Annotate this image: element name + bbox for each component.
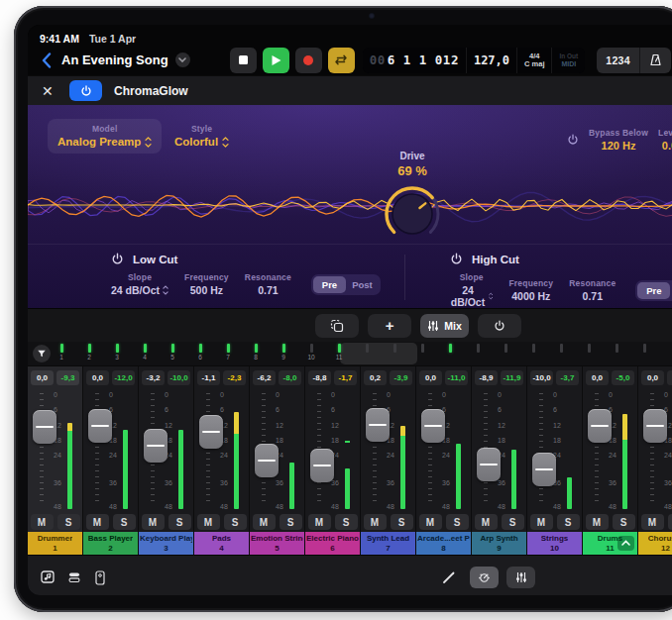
pre-option[interactable]: Pre (313, 276, 346, 293)
volume-readout[interactable]: 0,0 (86, 370, 109, 385)
peak-readout[interactable]: -10,0 (168, 370, 190, 385)
peak-readout[interactable]: -12,0 (112, 370, 135, 385)
overview-slot[interactable] (634, 344, 654, 354)
solo-button[interactable]: S (502, 514, 524, 530)
overview-slot[interactable]: 9 (274, 344, 293, 361)
volume-readout[interactable]: 0,0 (586, 370, 609, 385)
bypass-below-control[interactable]: Bypass Below 120 Hz (589, 128, 648, 152)
low-cut-slope[interactable]: Slope 24 dB/Oct (111, 272, 168, 296)
track-label[interactable]: Electric Piano6 (305, 532, 360, 555)
track-label[interactable]: Arp Synth9 (472, 532, 526, 555)
overview-slot[interactable]: 10 (301, 344, 321, 361)
mute-button[interactable]: M (253, 514, 276, 530)
overview-slot[interactable]: 7 (218, 344, 238, 361)
bypass-power-toggle[interactable] (567, 134, 579, 146)
volume-fader-handle[interactable] (532, 453, 556, 486)
overview-slot[interactable] (440, 344, 460, 354)
peak-readout[interactable]: -3,9 (390, 370, 412, 385)
solo-button[interactable]: S (391, 514, 413, 530)
song-title[interactable]: An Evening Song (61, 52, 168, 67)
filter-tracks-button[interactable] (33, 345, 51, 362)
overview-slot[interactable]: 8 (246, 344, 266, 361)
peak-readout[interactable]: -9,3 (56, 370, 79, 385)
model-selector[interactable]: Model Analog Preamp (48, 119, 162, 154)
library-button[interactable] (61, 566, 87, 589)
edit-pencil-button[interactable] (436, 566, 462, 589)
volume-fader-handle[interactable] (421, 409, 445, 443)
mute-button[interactable]: M (641, 514, 664, 530)
solo-button[interactable]: S (113, 514, 136, 530)
overview-slot[interactable]: 3 (107, 344, 127, 361)
cycle-button[interactable] (328, 48, 355, 73)
overview-slot[interactable] (523, 344, 543, 354)
mute-button[interactable]: M (31, 514, 54, 530)
mute-button[interactable]: M (530, 514, 553, 530)
volume-fader-handle[interactable] (33, 410, 56, 444)
volume-readout[interactable]: -8,9 (475, 370, 498, 385)
post-option[interactable]: Post (346, 276, 379, 293)
low-cut-resonance[interactable]: Resonance 0.71 (245, 272, 291, 296)
peak-readout[interactable]: -2,3 (223, 370, 246, 385)
volume-readout[interactable]: -3,2 (142, 370, 165, 385)
level-control[interactable]: Level 0.0 (658, 128, 672, 152)
solo-button[interactable]: S (57, 514, 80, 530)
solo-button[interactable]: S (280, 514, 302, 530)
play-button[interactable] (263, 48, 289, 73)
volume-readout[interactable]: 0,0 (31, 370, 54, 385)
overview-slot[interactable] (357, 344, 377, 354)
volume-readout[interactable]: 0,0 (419, 370, 442, 385)
track-label[interactable]: Keyboard Player3 (139, 532, 193, 555)
peak-readout[interactable]: -11,0 (445, 370, 468, 385)
mute-button[interactable]: M (586, 514, 609, 530)
volume-fader-handle[interactable] (144, 429, 168, 463)
close-plugin-button[interactable]: ✕ (42, 83, 59, 99)
mixer-power-button[interactable] (478, 314, 521, 338)
back-button[interactable] (38, 50, 56, 71)
overview-slot[interactable] (468, 344, 488, 354)
high-cut-frequency[interactable]: Frequency 4000 Hz (508, 278, 553, 302)
style-selector[interactable]: Style Colorful (174, 124, 229, 148)
track-label[interactable]: Chorus V12 (638, 532, 672, 555)
solo-button[interactable]: S (168, 514, 191, 530)
volume-fader-handle[interactable] (255, 444, 279, 477)
peak-readout[interactable]: -8,0 (279, 370, 301, 385)
solo-button[interactable]: S (668, 514, 672, 530)
mute-button[interactable]: M (86, 514, 109, 530)
volume-readout[interactable]: 0,2 (364, 370, 387, 385)
track-label[interactable]: Arcade...eet Pad8 (416, 532, 471, 555)
track-label[interactable]: Pads4 (194, 532, 249, 555)
mixer-overview-strip[interactable]: 1234567891011 (28, 342, 672, 366)
high-cut-resonance[interactable]: Resonance 0.71 (569, 278, 616, 302)
solo-button[interactable]: S (335, 514, 358, 530)
track-label[interactable]: Drums11 (583, 532, 637, 555)
volume-readout[interactable]: -1,1 (197, 370, 220, 385)
solo-button[interactable]: S (224, 514, 247, 530)
mute-button[interactable]: M (197, 514, 220, 530)
high-cut-slope[interactable]: Slope 24 dB/Oct (450, 272, 493, 308)
peak-readout[interactable] (667, 370, 672, 385)
volume-fader-handle[interactable] (643, 409, 667, 443)
volume-fader-handle[interactable] (588, 409, 612, 443)
peak-readout[interactable]: -5,0 (612, 370, 634, 385)
plugin-strip-button[interactable] (87, 566, 113, 589)
volume-fader-handle[interactable] (310, 449, 334, 482)
overview-slot[interactable]: 11 (329, 344, 349, 361)
volume-fader-handle[interactable] (199, 415, 223, 449)
expand-track-button[interactable] (617, 536, 634, 551)
solo-button[interactable]: S (613, 514, 635, 530)
volume-readout[interactable]: -8,8 (308, 370, 331, 385)
track-label[interactable]: Bass Player2 (83, 532, 138, 555)
overview-slot[interactable]: 1 (52, 344, 71, 361)
lcd-display[interactable]: 00 6 1 1 012 127,0 4/4C maj In OutMIDI (363, 48, 586, 73)
mute-button[interactable]: M (475, 514, 498, 530)
volume-fader-handle[interactable] (366, 408, 390, 442)
add-track-button[interactable]: + (368, 314, 411, 338)
overview-slot[interactable]: 2 (79, 344, 99, 361)
controls-view-button[interactable] (470, 567, 499, 588)
low-cut-power-toggle[interactable] (111, 253, 124, 265)
record-button[interactable] (295, 48, 322, 73)
overview-slot[interactable] (551, 344, 571, 354)
solo-button[interactable]: S (446, 514, 469, 530)
plugin-power-toggle[interactable] (69, 80, 102, 101)
mix-view-button[interactable]: Mix (420, 314, 469, 338)
